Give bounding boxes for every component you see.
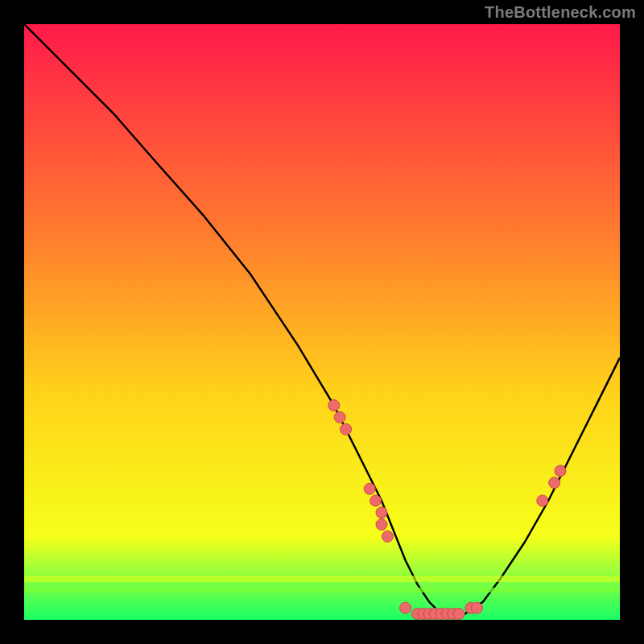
data-marker bbox=[376, 507, 387, 518]
band-accent-2 bbox=[24, 588, 620, 592]
data-marker bbox=[555, 465, 566, 477]
data-marker bbox=[453, 609, 464, 620]
bottleneck-chart bbox=[24, 24, 620, 620]
data-marker bbox=[549, 477, 560, 489]
data-marker bbox=[471, 602, 482, 613]
data-marker bbox=[376, 519, 387, 530]
attribution-text: TheBottleneck.com bbox=[485, 3, 636, 22]
chart-frame: TheBottleneck.com bbox=[0, 0, 644, 644]
data-marker bbox=[364, 483, 375, 494]
data-marker bbox=[370, 495, 382, 506]
data-marker bbox=[382, 530, 393, 542]
band-accent-1 bbox=[24, 576, 620, 582]
data-marker bbox=[341, 423, 352, 435]
data-marker bbox=[328, 400, 340, 411]
data-marker bbox=[400, 602, 411, 613]
data-marker bbox=[537, 495, 548, 506]
data-marker bbox=[334, 411, 345, 423]
